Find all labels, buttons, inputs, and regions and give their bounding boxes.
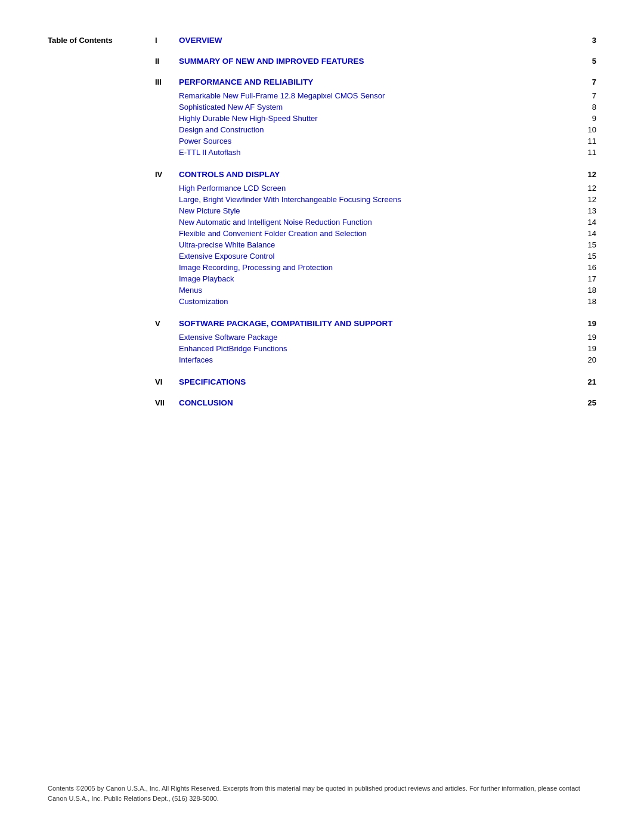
sub-item-page-2-2: 9 [578, 114, 596, 123]
sub-item-row-3-7: Image Recording, Processing and Protecti… [179, 262, 596, 273]
sub-item-row-3-5: Ultra-precise White Balance15 [179, 239, 596, 250]
section-title-6[interactable]: CONCLUSION [179, 398, 233, 407]
toc-section-ii: IISUMMARY OF NEW AND IMPROVED FEATURES5 [155, 57, 596, 66]
sub-item-title-3-0[interactable]: High Performance LCD Screen [179, 184, 286, 193]
sub-item-page-3-6: 15 [578, 252, 596, 261]
sub-item-title-3-3[interactable]: New Automatic and Intelligent Noise Redu… [179, 218, 372, 227]
sub-item-row-4-0: Extensive Software Package19 [179, 332, 596, 343]
sub-item-title-2-2[interactable]: Highly Durable New High-Speed Shutter [179, 114, 318, 123]
section-header-row-3: IVCONTROLS AND DISPLAY12 [155, 170, 596, 179]
section-page-0: 3 [578, 36, 596, 45]
sub-item-title-3-10[interactable]: Customization [179, 297, 228, 306]
sub-item-page-3-3: 14 [578, 218, 596, 227]
sub-item-row-2-3: Design and Construction10 [179, 124, 596, 135]
section-page-1: 5 [578, 57, 596, 66]
sub-item-page-3-2: 13 [578, 206, 596, 215]
sub-item-title-3-8[interactable]: Image Playback [179, 274, 234, 283]
sub-item-row-4-1: Enhanced PictBridge Functions19 [179, 343, 596, 354]
section-title-5[interactable]: SPECIFICATIONS [179, 377, 246, 386]
sub-item-row-3-2: New Picture Style13 [179, 205, 596, 216]
sub-item-row-2-4: Power Sources11 [179, 135, 596, 147]
sub-item-title-3-1[interactable]: Large, Bright Viewfinder With Interchang… [179, 195, 401, 204]
toc-section-iv: IVCONTROLS AND DISPLAY12High Performance… [155, 170, 596, 307]
sub-item-page-2-5: 11 [578, 148, 596, 157]
toc-section-v: VSOFTWARE PACKAGE, COMPATIBILITY AND SUP… [155, 319, 596, 366]
sub-items-2: Remarkable New Full-Frame 12.8 Megapixel… [155, 90, 596, 158]
sub-item-page-4-0: 19 [578, 333, 596, 342]
section-page-6: 25 [578, 398, 596, 407]
section-header-row-0: IOVERVIEW3 [155, 36, 596, 45]
sub-item-row-2-2: Highly Durable New High-Speed Shutter9 [179, 113, 596, 124]
roman-numeral-1: II [155, 57, 174, 66]
sub-item-title-3-5[interactable]: Ultra-precise White Balance [179, 240, 275, 249]
sub-item-row-3-6: Extensive Exposure Control15 [179, 250, 596, 262]
sub-item-page-4-1: 19 [578, 344, 596, 353]
section-title-1[interactable]: SUMMARY OF NEW AND IMPROVED FEATURES [179, 57, 364, 66]
sub-item-title-4-0[interactable]: Extensive Software Package [179, 333, 277, 342]
sub-item-page-2-0: 7 [578, 91, 596, 100]
sub-item-row-3-9: Menus18 [179, 284, 596, 296]
footer-text: Contents ©2005 by Canon U.S.A., Inc. All… [48, 785, 580, 802]
section-header-row-6: VIICONCLUSION25 [155, 398, 596, 407]
footer: Contents ©2005 by Canon U.S.A., Inc. All… [48, 784, 596, 803]
page: Table of Contents IOVERVIEW3IISUMMARY OF… [0, 0, 644, 833]
sub-item-page-4-2: 20 [578, 355, 596, 364]
sub-item-page-3-9: 18 [578, 286, 596, 295]
sub-item-title-3-6[interactable]: Extensive Exposure Control [179, 252, 274, 261]
roman-numeral-5: VI [155, 377, 174, 386]
section-header-row-1: IISUMMARY OF NEW AND IMPROVED FEATURES5 [155, 57, 596, 66]
sub-items-3: High Performance LCD Screen12Large, Brig… [155, 182, 596, 307]
sub-item-title-3-4[interactable]: Flexible and Convenient Folder Creation … [179, 229, 367, 238]
section-page-5: 21 [578, 377, 596, 386]
sub-item-row-3-0: High Performance LCD Screen12 [179, 182, 596, 194]
sub-item-title-2-4[interactable]: Power Sources [179, 137, 231, 145]
sub-item-row-2-1: Sophisticated New AF System8 [179, 101, 596, 113]
sub-item-row-3-8: Image Playback17 [179, 273, 596, 284]
sub-item-title-2-0[interactable]: Remarkable New Full-Frame 12.8 Megapixel… [179, 91, 385, 100]
sub-item-page-3-4: 14 [578, 229, 596, 238]
sub-item-title-4-2[interactable]: Interfaces [179, 355, 213, 364]
section-title-2[interactable]: PERFORMANCE AND RELIABILITY [179, 78, 313, 86]
toc-wrapper: Table of Contents IOVERVIEW3IISUMMARY OF… [48, 36, 596, 419]
sub-item-title-2-5[interactable]: E-TTL II Autoflash [179, 148, 241, 157]
sub-item-row-3-3: New Automatic and Intelligent Noise Redu… [179, 216, 596, 228]
section-page-4: 19 [578, 319, 596, 328]
sub-item-page-2-3: 10 [578, 125, 596, 134]
sub-item-title-3-9[interactable]: Menus [179, 286, 202, 295]
sub-item-page-2-4: 11 [578, 137, 596, 145]
toc-section-iii: IIIPERFORMANCE AND RELIABILITY7Remarkabl… [155, 78, 596, 158]
sub-item-page-3-8: 17 [578, 274, 596, 283]
sub-item-page-2-1: 8 [578, 103, 596, 112]
sub-item-title-3-7[interactable]: Image Recording, Processing and Protecti… [179, 263, 333, 272]
section-title-4[interactable]: SOFTWARE PACKAGE, COMPATIBILITY AND SUPP… [179, 319, 393, 328]
sub-item-page-3-10: 18 [578, 297, 596, 306]
section-page-2: 7 [578, 78, 596, 86]
sub-item-page-3-0: 12 [578, 184, 596, 193]
section-page-3: 12 [578, 170, 596, 179]
toc-section-vi: VISPECIFICATIONS21 [155, 377, 596, 386]
toc-content: IOVERVIEW3IISUMMARY OF NEW AND IMPROVED … [155, 36, 596, 419]
sub-items-4: Extensive Software Package19Enhanced Pic… [155, 332, 596, 366]
sub-item-row-2-5: E-TTL II Autoflash11 [179, 147, 596, 158]
sub-item-title-3-2[interactable]: New Picture Style [179, 206, 240, 215]
sub-item-page-3-7: 16 [578, 263, 596, 272]
toc-label: Table of Contents [48, 36, 155, 419]
sub-item-title-2-3[interactable]: Design and Construction [179, 125, 264, 134]
section-title-3[interactable]: CONTROLS AND DISPLAY [179, 170, 280, 179]
sub-item-title-4-1[interactable]: Enhanced PictBridge Functions [179, 344, 287, 353]
section-title-0[interactable]: OVERVIEW [179, 36, 222, 45]
sub-item-page-3-5: 15 [578, 240, 596, 249]
section-header-row-2: IIIPERFORMANCE AND RELIABILITY7 [155, 78, 596, 86]
roman-numeral-0: I [155, 36, 174, 45]
section-header-row-4: VSOFTWARE PACKAGE, COMPATIBILITY AND SUP… [155, 319, 596, 328]
roman-numeral-6: VII [155, 398, 174, 407]
toc-section-vii: VIICONCLUSION25 [155, 398, 596, 407]
roman-numeral-4: V [155, 319, 174, 328]
sub-item-row-3-10: Customization18 [179, 296, 596, 307]
toc-section-i: IOVERVIEW3 [155, 36, 596, 45]
roman-numeral-2: III [155, 78, 174, 86]
section-header-row-5: VISPECIFICATIONS21 [155, 377, 596, 386]
sub-item-row-2-0: Remarkable New Full-Frame 12.8 Megapixel… [179, 90, 596, 101]
sub-item-title-2-1[interactable]: Sophisticated New AF System [179, 103, 283, 112]
sub-item-row-3-4: Flexible and Convenient Folder Creation … [179, 228, 596, 239]
